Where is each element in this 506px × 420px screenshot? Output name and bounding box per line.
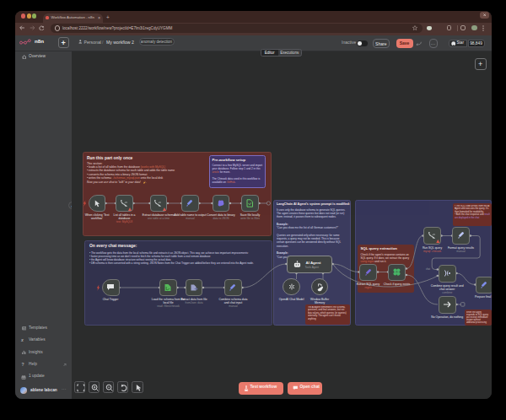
svg-text:chat: chat <box>426 267 430 271</box>
